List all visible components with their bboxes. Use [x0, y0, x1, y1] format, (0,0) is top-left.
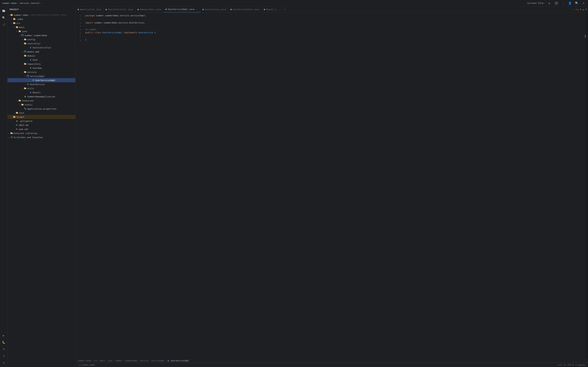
tree-arrow-serviceimpl[interactable]: [24, 75, 26, 77]
tree-arrow-repository[interactable]: [21, 63, 24, 65]
current-file-label[interactable]: Current File ▾: [527, 2, 545, 4]
tree-item-userserviceimpl[interactable]: C UserServiceImpl: [8, 78, 75, 82]
tree-arrow-domain[interactable]: [21, 54, 24, 57]
tab-userservice-java[interactable]: UserService.java: [200, 7, 228, 13]
tree-item-pomxml[interactable]: M↑ pom.xml: [8, 127, 75, 131]
activity-plugin-icon[interactable]: ⊕: [1, 359, 7, 366]
tree-item-helpmd[interactable]: M↓ HELP.md: [8, 123, 75, 127]
tree-item-controller[interactable]: controller: [8, 42, 75, 46]
tree-item-static[interactable]: static: [8, 103, 75, 107]
tree-item-serviceimpl-folder[interactable]: serviceImpl: [8, 74, 75, 78]
status-encoding[interactable]: UTF-8: [567, 364, 574, 366]
tree-arrow-controller[interactable]: [21, 42, 24, 45]
breadcrumb-service[interactable]: service: [140, 359, 148, 362]
breadcrumb-main[interactable]: main: [100, 359, 105, 362]
tree-arrow-utils[interactable]: [21, 87, 24, 90]
tree-arrow-test[interactable]: [13, 111, 16, 114]
breadcrumb-src[interactable]: src: [94, 359, 97, 362]
tree-arrow-java[interactable]: [16, 30, 18, 33]
tab-userserviceimpl-java[interactable]: UserServiceImpl.java ✕: [163, 7, 200, 13]
tree-item-userservice[interactable]: I UserService: [8, 82, 75, 86]
breadcrumb-project[interactable]: summer-demo: [78, 359, 91, 362]
project-dropdown-icon: ▾: [17, 2, 18, 4]
tree-item-idea[interactable]: .idea: [8, 17, 75, 21]
tree-arrow-demos-web[interactable]: [21, 50, 24, 53]
tree-item-service[interactable]: service: [8, 70, 75, 74]
tree-arrow-config[interactable]: [21, 38, 24, 41]
tab-usercontroller-java[interactable]: UserController.java: [104, 7, 135, 13]
tree-item-external-libraries[interactable]: External Libraries: [8, 131, 75, 135]
status-indent[interactable]: 4 spaces: [575, 364, 586, 366]
tree-item-result[interactable]: C Result: [8, 90, 75, 94]
tree-item-summer-summerdemo[interactable]: summer.summerdemo: [8, 33, 75, 37]
tree-item-utils[interactable]: utils: [8, 86, 75, 90]
tree-item-target[interactable]: target: [8, 115, 75, 119]
svg-text:C: C: [33, 80, 34, 81]
settings-button[interactable]: ⚙: [581, 1, 586, 6]
search-button[interactable]: 🔍: [574, 1, 579, 6]
more-options-button[interactable]: ⋮: [561, 1, 566, 6]
profile-button[interactable]: 👤: [568, 1, 572, 6]
activity-git-icon[interactable]: ⎇: [1, 21, 7, 27]
project-name-title[interactable]: summer-demo ▾: [2, 2, 18, 4]
tree-arrow-service[interactable]: [21, 71, 24, 73]
tree-arrow-scratches[interactable]: [8, 136, 10, 139]
activity-debug-icon[interactable]: 🐛: [1, 339, 7, 345]
tab-result-java[interactable]: Result.j...: [262, 7, 283, 13]
tree-label-application-properties: application.properties: [27, 108, 56, 110]
breadcrumb-serviceimpl[interactable]: serviceImpl: [151, 359, 164, 362]
tree-item-domain[interactable]: domain: [8, 54, 75, 58]
tab-domain-user-java[interactable]: domain/User.java: [135, 7, 163, 13]
tab-close-userserviceimpl[interactable]: ✕: [196, 8, 198, 11]
status-line-sep[interactable]: LF: [563, 364, 567, 366]
tree-item-usercontroller[interactable]: C UserController: [8, 46, 75, 50]
tree-item-user[interactable]: C User: [8, 58, 75, 62]
breadcrumb-java[interactable]: java: [108, 359, 112, 362]
tree-item-scratches[interactable]: ☰ Scratches and Consoles: [8, 135, 75, 139]
tabs-overflow-button[interactable]: ▾: [283, 8, 287, 11]
tree-item-repository[interactable]: repository: [8, 62, 75, 66]
tree-label-target: target: [16, 116, 24, 118]
breadcrumb-class[interactable]: C UserServiceImpl: [167, 359, 189, 362]
status-line-col[interactable]: 6:5: [557, 364, 562, 366]
status-project[interactable]: ⎇ summer-demo: [78, 363, 95, 367]
run-button[interactable]: ▶: [547, 1, 552, 6]
tree-item-test[interactable]: test: [8, 111, 75, 115]
code-area[interactable]: package summer.summerdemo.service.servic…: [83, 13, 586, 359]
activity-extensions-icon[interactable]: ⊞: [1, 346, 7, 352]
tree-item-main[interactable]: main: [8, 25, 75, 29]
scroll-down-button[interactable]: ▼: [585, 8, 587, 11]
tree-arrow-resources[interactable]: [16, 99, 18, 102]
activity-folder-icon[interactable]: [1, 8, 7, 14]
tree-item-summer-demo-root[interactable]: summer-demo ~/Desktop/projects/summer-de…: [8, 13, 75, 17]
tree-arrow-src[interactable]: [10, 22, 13, 25]
activity-search-icon[interactable]: 🔍: [1, 15, 7, 21]
tree-arrow-target[interactable]: [10, 116, 13, 118]
breadcrumb-summer[interactable]: summer: [115, 359, 122, 362]
tree-arrow-main[interactable]: [13, 26, 16, 29]
tree-item-summerdemoapp[interactable]: 🌱 SummerDemoApplication: [8, 94, 75, 99]
tree-item-src[interactable]: src: [8, 21, 75, 25]
tab-userservicetest-java[interactable]: UserServiceTest.java: [228, 7, 262, 13]
tree-item-config[interactable]: config: [8, 37, 75, 42]
tree-item-gitignore[interactable]: ◉ .gitignore: [8, 119, 75, 123]
tree-arrow-ext-lib[interactable]: [8, 132, 10, 134]
version-control-title[interactable]: Version control ▾: [20, 2, 41, 4]
tree-item-userdao[interactable]: I UserDao: [8, 66, 75, 70]
debug-button[interactable]: ⬛: [554, 1, 559, 6]
tree-arrow-static[interactable]: [18, 103, 21, 106]
code-line-8: [85, 42, 586, 45]
tree-arrow-summer-summerdemo[interactable]: [18, 34, 21, 37]
scroll-up-button[interactable]: ▲: [583, 8, 584, 11]
tree-item-application-properties[interactable]: 🔧 application.properties: [8, 107, 75, 111]
tree-arrow-idea[interactable]: [10, 18, 13, 20]
tree-arrow-root[interactable]: [8, 14, 10, 16]
activity-info-icon[interactable]: ℹ: [1, 353, 7, 359]
tab-application-java[interactable]: Application.java: [76, 7, 104, 13]
tree-item-demos-web[interactable]: demos.web: [8, 50, 75, 54]
breadcrumb-summerdemo[interactable]: summerdemo: [125, 359, 137, 362]
tree-item-resources[interactable]: resources: [8, 99, 75, 103]
activity-run-icon[interactable]: ▶: [1, 332, 7, 338]
sidebar-tree[interactable]: summer-demo ~/Desktop/projects/summer-de…: [8, 13, 75, 367]
tree-item-java[interactable]: java: [8, 29, 75, 33]
